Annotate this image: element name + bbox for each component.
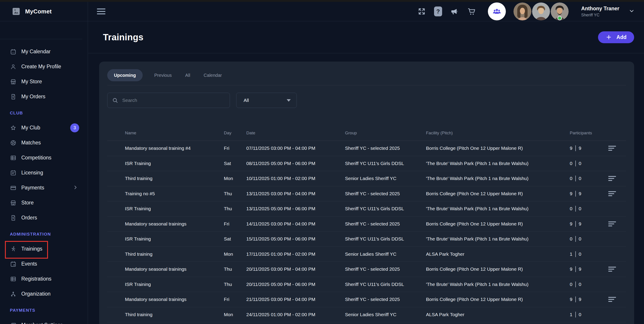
table-row[interactable]: Mandatory seasonal trainings Fri 21/11/2… (107, 292, 626, 307)
sidebar-item-orders[interactable]: Orders (0, 210, 88, 225)
sidebar-item-competitions[interactable]: Competitions (0, 150, 88, 165)
type-filter-value: All (244, 98, 249, 103)
tabs-divider (107, 85, 626, 85)
cell-participants: 9 9 (570, 266, 608, 272)
sidebar-item-organization[interactable]: Organization (0, 286, 88, 301)
sidebar-item-label: Merchant Settings (21, 322, 63, 324)
sidebar-section-header: CLUB (0, 106, 88, 120)
sidebar-item-icon (10, 169, 16, 176)
cell-participants: 1 0 (570, 251, 608, 257)
tab-all[interactable]: All (184, 69, 192, 81)
cell-name: Mandatory seasonal trainings (125, 221, 224, 227)
cell-facility: 'The Brute' Walsh Park (Pitch 1 na Brute… (426, 236, 570, 242)
sidebar-item-registrations[interactable]: Registrations (0, 271, 88, 286)
table-row[interactable]: Third training Mon 17/11/2025 01:00 PM -… (107, 247, 626, 262)
sidebar-item-payments[interactable]: Payments (0, 180, 88, 195)
sidebar-item-my-calendar[interactable]: My Calendar (0, 44, 88, 59)
cell-name: Mandatory seasonal trainings (125, 266, 224, 272)
row-menu-icon[interactable] (608, 297, 616, 302)
sidebar-header-divider (0, 2, 88, 39)
sidebar-item-my-club[interactable]: My Club 3 (0, 120, 88, 135)
cell-day: Sat (224, 161, 246, 166)
search-input[interactable] (122, 97, 225, 103)
sidebar: My Calendar Create My Profile My Store M… (0, 2, 88, 324)
tab-previous[interactable]: Previous (152, 69, 174, 81)
column-header-date: Date (246, 131, 345, 136)
cell-day: Thu (224, 282, 246, 287)
table-row[interactable]: Mandatory seasonal trainings Thu 20/11/2… (107, 262, 626, 277)
cell-date: 20/11/2025 05:00 PM - 06:00 PM (246, 282, 345, 287)
cell-group: Sheriff YC - selected 2025 (345, 266, 426, 272)
row-menu-icon[interactable] (608, 176, 616, 181)
sidebar-item-matches[interactable]: Matches (0, 135, 88, 150)
sidebar-item-trainings[interactable]: Trainings (0, 241, 88, 256)
cell-date: 24/11/2025 01:00 PM - 02:00 PM (246, 312, 345, 317)
sidebar-item-merchant-settings[interactable]: Merchant Settings (0, 318, 88, 324)
row-menu-icon[interactable] (608, 221, 616, 226)
cell-participants: 0 0 (570, 161, 608, 166)
sidebar-item-icon (10, 93, 16, 100)
cell-date: 14/11/2025 03:00 PM - 04:00 PM (246, 221, 345, 227)
participants-divider (575, 191, 576, 197)
cell-facility: 'The Brute' Walsh Park (Pitch 1 na Brute… (426, 282, 570, 287)
column-header-facility: Facility (Pitch) (426, 131, 570, 136)
cell-participants: 9 9 (570, 145, 608, 151)
main-content: Trainings Add UpcomingPreviousAllCalenda… (88, 2, 644, 324)
cell-day: Thu (224, 266, 246, 272)
tab-upcoming[interactable]: Upcoming (107, 69, 143, 81)
participants-divider (575, 221, 576, 227)
sidebar-item-my-store[interactable]: My Store (0, 74, 88, 89)
cell-day: Fri (224, 221, 246, 227)
row-menu-icon[interactable] (608, 191, 616, 196)
sidebar-item-label: Orders (21, 215, 37, 221)
window-top-strip (0, 0, 644, 2)
cell-day: Mon (224, 312, 246, 317)
cell-participants: 1 0 (570, 312, 608, 318)
cell-participants: 0 0 (570, 282, 608, 287)
table-row[interactable]: ISR Training Thu 13/11/2025 05:00 PM - 0… (107, 201, 626, 216)
sidebar-item-label: Store (21, 200, 34, 206)
participants-divider (575, 266, 576, 272)
table-row[interactable]: Training no #5 Thu 13/11/2025 03:00 PM -… (107, 186, 626, 201)
row-menu-icon[interactable] (608, 267, 616, 272)
table-row[interactable]: Mandatory seasonal trainings Fri 14/11/2… (107, 216, 626, 232)
sidebar-item-label: Events (21, 261, 37, 267)
sidebar-item-label: Organization (21, 291, 50, 297)
column-header-participants: Participants (570, 131, 608, 136)
sidebar-item-icon (10, 140, 16, 146)
cell-day: Thu (224, 206, 246, 211)
cell-group: Senior Ladies Sheriff YC (345, 312, 426, 317)
sidebar-item-icon (10, 48, 16, 55)
cell-name: Mandatory seasonal trainings (125, 297, 224, 302)
participants-divider (575, 297, 576, 302)
cell-day: Thu (224, 191, 246, 196)
cell-group: Sheriff YC U11's Girls DDSL (345, 206, 426, 211)
cell-group: Sheriff YC - selected 2025 (345, 297, 426, 302)
tab-calendar[interactable]: Calendar (202, 69, 224, 81)
row-menu-icon[interactable] (608, 146, 616, 151)
table-row[interactable]: ISR Training Sat 15/11/2025 05:00 PM - 0… (107, 232, 626, 247)
sidebar-item-events[interactable]: Events (0, 256, 88, 271)
trainings-card: UpcomingPreviousAllCalendar All Name Day… (99, 62, 634, 324)
table-row[interactable]: ISR Training Thu 20/11/2025 05:00 PM - 0… (107, 277, 626, 292)
cell-facility: Borris College (Pitch One 12 Upper Malon… (426, 266, 570, 272)
sidebar-item-label: Competitions (21, 155, 51, 161)
sidebar-item-licensing[interactable]: Licensing (0, 165, 88, 180)
sidebar-item-label: Licensing (21, 170, 43, 176)
sidebar-item-my-orders[interactable]: My Orders (0, 89, 88, 104)
table-row[interactable]: Third training Mon 24/11/2025 01:00 PM -… (107, 307, 626, 323)
cell-group: Senior Ladies Sheriff YC (345, 251, 426, 257)
cell-participants: 9 9 (570, 297, 608, 302)
table-row[interactable]: Third training Mon 10/11/2025 01:00 PM -… (107, 171, 626, 186)
add-button[interactable]: Add (598, 31, 634, 43)
cell-facility: Borris College (Pitch One 12 Upper Malon… (426, 146, 570, 151)
cell-name: ISR Training (125, 282, 224, 287)
cell-facility: Borris College (Pitch One 12 Upper Malon… (426, 221, 570, 227)
sidebar-item-store[interactable]: Store (0, 195, 88, 210)
table-row[interactable]: Mandatory seasonal training #4 Fri 07/11… (107, 141, 626, 156)
table-row[interactable]: ISR Training Sat 08/11/2025 05:00 PM - 0… (107, 156, 626, 171)
type-filter-dropdown[interactable]: All (236, 93, 297, 108)
column-header-name: Name (125, 131, 224, 136)
sidebar-item-create-my-profile[interactable]: Create My Profile (0, 59, 88, 74)
sidebar-section-header: ADMINISTRATION (0, 227, 88, 241)
